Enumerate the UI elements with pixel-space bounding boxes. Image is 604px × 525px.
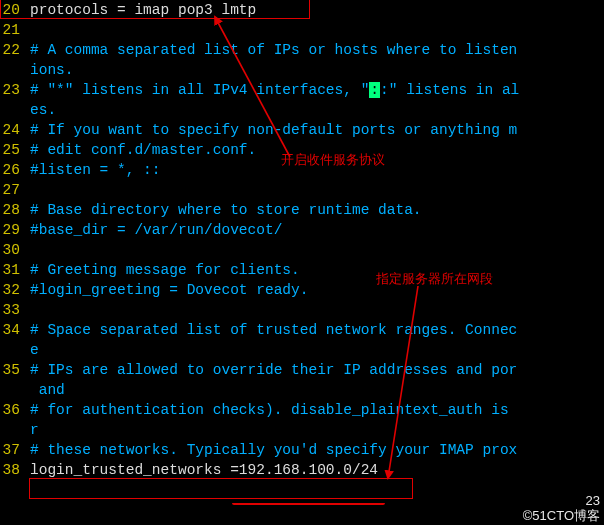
line-number (0, 420, 30, 440)
line-number: 24 (0, 120, 30, 140)
code-text: #login_greeting = Dovecot ready. (30, 280, 604, 300)
line-number: 36 (0, 400, 30, 420)
code-text: # A comma separated list of IPs or hosts… (30, 40, 604, 60)
code-text: r (30, 420, 604, 440)
line-number: 21 (0, 20, 30, 40)
code-text: # If you want to specify non-default por… (30, 120, 604, 140)
code-line: e (0, 340, 604, 360)
code-line: 33 (0, 300, 604, 320)
code-text: e (30, 340, 604, 360)
code-line: 31# Greeting message for clients. (0, 260, 604, 280)
line-number (0, 60, 30, 80)
line-number: 28 (0, 200, 30, 220)
code-line: 37# these networks. Typically you'd spec… (0, 440, 604, 460)
line-number: 31 (0, 260, 30, 280)
line-number: 23 (0, 80, 30, 100)
code-line: ions. (0, 60, 604, 80)
line-number: 37 (0, 440, 30, 460)
page-number: 23 (523, 493, 600, 508)
code-line: 35# IPs are allowed to override their IP… (0, 360, 604, 380)
code-line: 25# edit conf.d/master.conf. (0, 140, 604, 160)
code-line: es. (0, 100, 604, 120)
code-text: # edit conf.d/master.conf. (30, 140, 604, 160)
code-line: 21 (0, 20, 604, 40)
line-number: 22 (0, 40, 30, 60)
code-text (30, 20, 604, 40)
line-number (0, 100, 30, 120)
code-line: 20protocols = imap pop3 lmtp (0, 0, 604, 20)
code-line: and (0, 380, 604, 400)
code-text (30, 240, 604, 260)
site-credit: ©51CTO博客 (523, 508, 600, 523)
line-number: 35 (0, 360, 30, 380)
code-line: 29#base_dir = /var/run/dovecot/ (0, 220, 604, 240)
code-text: #base_dir = /var/run/dovecot/ (30, 220, 604, 240)
highlight-box-login-trusted (29, 478, 413, 499)
line-number: 32 (0, 280, 30, 300)
code-text: # Greeting message for clients. (30, 260, 604, 280)
code-line: 23# "*" listens in all IPv4 interfaces, … (0, 80, 604, 100)
line-number: 38 (0, 460, 30, 480)
code-line: r (0, 420, 604, 440)
code-text: # Base directory where to store runtime … (30, 200, 604, 220)
code-editor: 20protocols = imap pop3 lmtp2122# A comm… (0, 0, 604, 480)
code-line: 24# If you want to specify non-default p… (0, 120, 604, 140)
line-number: 20 (0, 0, 30, 20)
line-number: 27 (0, 180, 30, 200)
line-number: 33 (0, 300, 30, 320)
code-text: es. (30, 100, 604, 120)
code-text: #listen = *, :: (30, 160, 604, 180)
code-text: login_trusted_networks =192.168.100.0/24 (30, 460, 604, 480)
code-text: # IPs are allowed to override their IP a… (30, 360, 604, 380)
line-number: 34 (0, 320, 30, 340)
code-text (30, 300, 604, 320)
code-line: 36# for authentication checks). disable_… (0, 400, 604, 420)
code-line: 34# Space separated list of trusted netw… (0, 320, 604, 340)
line-number (0, 340, 30, 360)
code-line: 27 (0, 180, 604, 200)
code-text: # "*" listens in all IPv4 interfaces, ":… (30, 80, 604, 100)
underline-ip-range (232, 497, 385, 505)
code-text: # these networks. Typically you'd specif… (30, 440, 604, 460)
code-text: # Space separated list of trusted networ… (30, 320, 604, 340)
code-text (30, 180, 604, 200)
line-number: 30 (0, 240, 30, 260)
line-number: 25 (0, 140, 30, 160)
line-number: 29 (0, 220, 30, 240)
line-number: 26 (0, 160, 30, 180)
code-line: 22# A comma separated list of IPs or hos… (0, 40, 604, 60)
code-line: 28# Base directory where to store runtim… (0, 200, 604, 220)
code-line: 38login_trusted_networks =192.168.100.0/… (0, 460, 604, 480)
code-line: 32#login_greeting = Dovecot ready. (0, 280, 604, 300)
code-text: ions. (30, 60, 604, 80)
code-line: 30 (0, 240, 604, 260)
watermark: 23 ©51CTO博客 (523, 493, 600, 523)
code-line: 26#listen = *, :: (0, 160, 604, 180)
line-number (0, 380, 30, 400)
code-text: and (30, 380, 604, 400)
code-text: protocols = imap pop3 lmtp (30, 0, 604, 20)
code-text: # for authentication checks). disable_pl… (30, 400, 604, 420)
